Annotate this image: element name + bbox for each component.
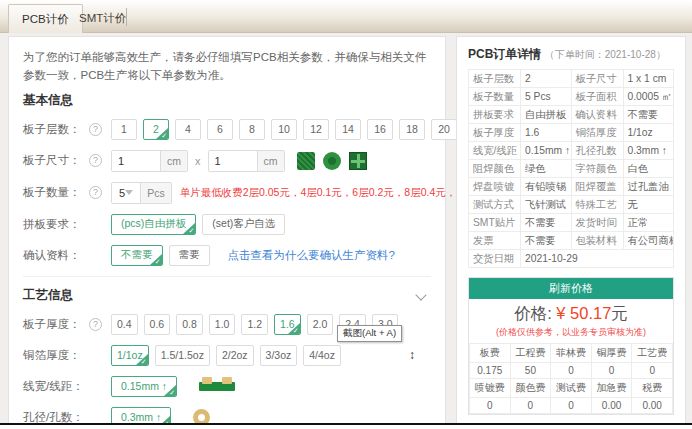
fee-header: 税费 bbox=[632, 379, 673, 398]
price-box: 刷新价格 价格: ¥ 50.17元 (价格仅供参考，以业务专员审核为准) 板费 … bbox=[468, 277, 674, 415]
copper-option-2oz[interactable]: 2/2oz bbox=[216, 345, 254, 366]
copper-option-1oz[interactable]: 1/1oz bbox=[111, 345, 149, 366]
copper-option-4oz[interactable]: 4/4oz bbox=[303, 345, 341, 366]
order-cell: 不需要 bbox=[521, 214, 572, 232]
layers-option-16[interactable]: 16 bbox=[367, 119, 393, 140]
price-prefix: 价格: bbox=[514, 304, 556, 322]
order-cell: 自由拼板 bbox=[521, 106, 572, 124]
board-quantity-label: 板子数量： bbox=[23, 185, 89, 200]
table-row: 线宽/线距0.15mm ↑孔径孔数0.3mm ↑ bbox=[469, 142, 674, 160]
fee-header: 喷镀费 bbox=[470, 379, 511, 398]
table-row: 板子厚度1.6铜箔厚度1/1oz bbox=[469, 124, 674, 142]
help-icon[interactable]: ? bbox=[89, 318, 102, 331]
price-disclaimer: (价格仅供参考，以业务专员审核为准) bbox=[469, 326, 673, 343]
layers-option-8[interactable]: 8 bbox=[239, 119, 265, 140]
thickness-option-10[interactable]: 1.0 bbox=[209, 314, 236, 335]
row-board-size: 板子尺寸： ? cm x cm bbox=[23, 150, 431, 172]
order-detail-title: PCB订单详情 bbox=[468, 47, 541, 61]
panel-option-free[interactable]: (pcs)自由拼板 bbox=[111, 214, 196, 235]
pcb-panel-icon bbox=[349, 152, 367, 170]
price-amount: ¥ 50.17 bbox=[556, 304, 611, 322]
layers-option-20[interactable]: 20 bbox=[431, 119, 457, 140]
thickness-option-06[interactable]: 0.6 bbox=[144, 314, 171, 335]
order-cell: 过孔盖油 bbox=[623, 178, 674, 196]
order-cell: 0.0005 ㎡ bbox=[623, 88, 674, 106]
panel-requirement-label: 拼板要求： bbox=[23, 217, 89, 232]
layers-option-4[interactable]: 4 bbox=[175, 119, 201, 140]
order-cell: 飞针测试 bbox=[521, 196, 572, 214]
thickness-option-04[interactable]: 0.4 bbox=[111, 314, 138, 335]
help-icon[interactable]: ? bbox=[89, 123, 102, 136]
section-process-info: 工艺信息 bbox=[23, 276, 431, 304]
order-cell: 1.6 bbox=[521, 124, 572, 142]
thickness-option-16[interactable]: 1.6 bbox=[274, 314, 301, 335]
order-cell: 板子尺寸 bbox=[571, 70, 623, 88]
pcb-rect-icon bbox=[297, 152, 315, 170]
layers-option-1[interactable]: 1 bbox=[111, 119, 137, 140]
order-detail-header: PCB订单详情 （下单时间：2021-10-28） bbox=[468, 46, 674, 63]
layers-option-6[interactable]: 6 bbox=[207, 119, 233, 140]
board-cross-section-icon bbox=[359, 348, 402, 363]
board-width-input[interactable] bbox=[112, 151, 160, 171]
order-cell: 发票 bbox=[469, 232, 521, 250]
refresh-price-button[interactable]: 刷新价格 bbox=[469, 278, 673, 299]
layers-option-12[interactable]: 12 bbox=[303, 119, 329, 140]
order-cell: 无 bbox=[623, 196, 674, 214]
tab-smt-pricing[interactable]: SMT计价 bbox=[66, 4, 139, 33]
fee-value: 0 bbox=[470, 398, 511, 414]
help-icon[interactable]: ? bbox=[89, 186, 102, 199]
table-row: 喷镀费 颜色费 测试费 加急费 税费 bbox=[470, 379, 673, 398]
fee-value: 0.00 bbox=[591, 398, 632, 414]
fee-value: 50 bbox=[510, 363, 551, 379]
screenshot-tooltip: 截图(Alt + A) bbox=[337, 325, 402, 342]
why-confirm-link[interactable]: 点击查看为什么要确认生产资料? bbox=[228, 248, 395, 263]
board-height-input[interactable] bbox=[209, 151, 257, 171]
quantity-select[interactable]: 5 bbox=[111, 182, 141, 204]
order-cell: 0.15mm ↑ bbox=[521, 142, 572, 160]
table-row: 0 0 0 0.00 0.00 bbox=[470, 398, 673, 414]
order-cell: 阻焊颜色 bbox=[469, 160, 521, 178]
pcb-form-panel: 为了您的订单能够高效生产，请务必仔细填写PCB相关参数，并确保与相关文件参数一致… bbox=[8, 36, 446, 429]
order-cell: 1 x 1 cm bbox=[623, 70, 674, 88]
tab-bar: PCB计价 SMT计价 bbox=[0, 0, 692, 33]
trace-width-option[interactable]: 0.15mm ↑ bbox=[111, 376, 177, 397]
table-row: 板费 工程费 菲林费 铜厚费 工艺费 bbox=[470, 344, 673, 363]
order-cell: 包装材料 bbox=[571, 232, 623, 250]
height-arrow-icon: ↕ bbox=[409, 348, 415, 362]
process-title: 工艺信息 bbox=[23, 287, 73, 304]
thickness-option-12[interactable]: 1.2 bbox=[241, 314, 268, 335]
order-cell: 有铅喷锡 bbox=[521, 178, 572, 196]
order-cell: 板子数量 bbox=[469, 88, 521, 106]
board-thickness-label: 板子厚度： bbox=[23, 317, 89, 332]
order-notice: 为了您的订单能够高效生产，请务必仔细填写PCB相关参数，并确保与相关文件参数一致… bbox=[23, 49, 431, 85]
fee-header: 测试费 bbox=[551, 379, 592, 398]
trace-width-label: 线宽/线距： bbox=[23, 379, 89, 394]
thickness-option-20[interactable]: 2.0 bbox=[307, 314, 334, 335]
fee-value: 0 bbox=[510, 398, 551, 414]
order-cell: 板子厚度 bbox=[469, 124, 521, 142]
layers-option-14[interactable]: 14 bbox=[335, 119, 361, 140]
layers-option-2[interactable]: 2 bbox=[143, 119, 169, 140]
layers-option-18[interactable]: 18 bbox=[399, 119, 425, 140]
size-times-label: x bbox=[195, 155, 201, 167]
price-line: 价格: ¥ 50.17元 bbox=[469, 299, 673, 326]
thickness-option-08[interactable]: 0.8 bbox=[176, 314, 203, 335]
order-cell: 不需要 bbox=[521, 232, 572, 250]
order-cell: 2 bbox=[521, 70, 572, 88]
fee-value: 0 bbox=[551, 363, 592, 379]
table-row: 测试方式飞针测试特殊工艺无 bbox=[469, 196, 674, 214]
confirm-files-label: 确认资料： bbox=[23, 248, 89, 263]
confirm-option-yes[interactable]: 需要 bbox=[169, 245, 210, 266]
confirm-option-no[interactable]: 不需要 bbox=[111, 245, 163, 266]
table-row: 板子数量5 Pcs板子面积0.0005 ㎡ bbox=[469, 88, 674, 106]
fee-value: 0.175 bbox=[470, 363, 511, 379]
copper-option-15oz[interactable]: 1.5/1.5oz bbox=[155, 345, 210, 366]
order-cell: 白色 bbox=[623, 160, 674, 178]
chevron-down-icon[interactable] bbox=[415, 289, 426, 300]
board-layers-label: 板子层数： bbox=[23, 122, 89, 137]
order-cell: 发货时间 bbox=[571, 214, 623, 232]
copper-option-3oz[interactable]: 3/3oz bbox=[260, 345, 298, 366]
layers-option-10[interactable]: 10 bbox=[271, 119, 297, 140]
help-icon[interactable]: ? bbox=[89, 154, 102, 167]
panel-option-custom[interactable]: (set)客户自选 bbox=[202, 214, 285, 235]
